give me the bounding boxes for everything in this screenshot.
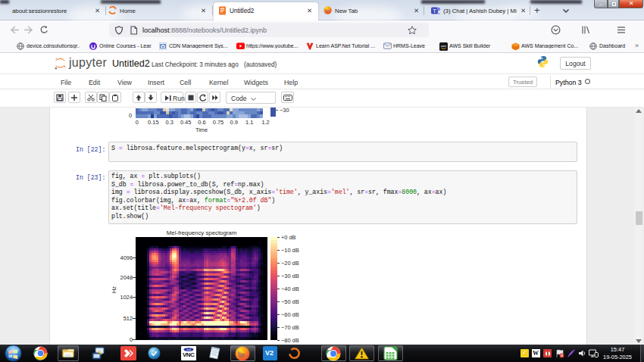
- svg-text:real: real: [186, 348, 191, 351]
- svg-text:T: T: [433, 8, 436, 14]
- svg-text:aws: aws: [441, 44, 446, 48]
